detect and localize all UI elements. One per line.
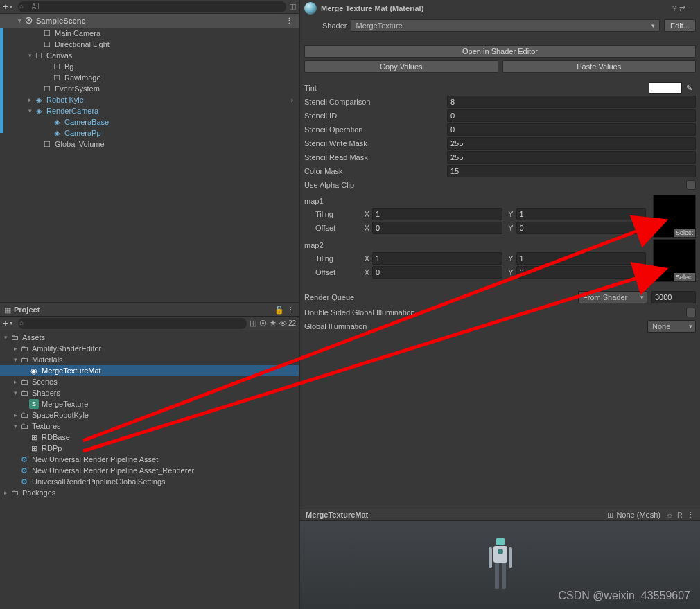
preview-mesh-button[interactable]: None (Mesh) (616, 511, 660, 519)
light-icon[interactable]: ☼ (666, 511, 673, 520)
amplify-folder[interactable]: ▸🗀AmplifyShaderEditor (0, 343, 299, 354)
urp-renderer[interactable]: ⚙New Universal Render Pipeline Asset_Ren… (0, 465, 299, 476)
create-menu-button[interactable]: + (3, 1, 8, 12)
create-dropdown-icon[interactable]: ▾ (10, 320, 12, 326)
materials-folder[interactable]: ▾🗀Materials (0, 354, 299, 365)
map2-texture-slot[interactable]: Select (653, 239, 696, 282)
chevron-down-icon[interactable]: ▾ (11, 356, 19, 363)
chevron-down-icon[interactable]: ▾ (1, 334, 10, 341)
hierarchy-item-eventsystem[interactable]: ☐EventSystem (3, 83, 299, 94)
map1-texture-slot[interactable]: Select (653, 195, 696, 238)
hierarchy-item-canvas[interactable]: ▾☐Canvas (3, 50, 299, 61)
reflection-icon[interactable]: R (677, 511, 683, 520)
folder-icon: 🗀 (19, 377, 29, 387)
map1-tiling-x[interactable] (372, 208, 502, 220)
map1-offset-y[interactable] (516, 222, 647, 234)
use-alpha-clip-checkbox[interactable] (686, 180, 696, 190)
render-queue-mode-dropdown[interactable]: From Shader (578, 291, 647, 303)
urp-global[interactable]: ⚙UniversalRenderPipelineGlobalSettings (0, 476, 299, 487)
mergetexturemat-asset[interactable]: ◉MergeTextureMat (0, 365, 299, 376)
map2-tiling-x[interactable] (372, 252, 502, 265)
x-label: X (361, 268, 369, 276)
chevron-right-icon[interactable]: ▸ (11, 345, 19, 352)
open-prefab-icon[interactable]: › (291, 96, 293, 104)
render-queue-value-input[interactable] (651, 291, 696, 303)
map1-tiling-y[interactable] (516, 208, 647, 220)
grid-icon[interactable]: ⊞ (607, 511, 613, 520)
project-search-input[interactable] (18, 318, 247, 329)
scene-row[interactable]: ▾ ⦿ SampleScene ⋮ (0, 14, 299, 28)
chevron-down-icon[interactable]: ▾ (26, 52, 34, 59)
scenes-folder[interactable]: ▸🗀Scenes (0, 376, 299, 387)
map2-offset-y[interactable] (516, 266, 647, 279)
scene-menu-icon[interactable]: ⋮ (286, 17, 293, 26)
packages-folder[interactable]: ▸🗀Packages (0, 487, 299, 498)
shaders-folder[interactable]: ▾🗀Shaders (0, 387, 299, 398)
chevron-right-icon[interactable]: ▸ (11, 412, 19, 418)
copy-values-button[interactable]: Copy Values (304, 60, 498, 73)
stencil-operation-input[interactable] (447, 123, 696, 136)
assets-folder[interactable]: ▾🗀Assets (0, 332, 299, 343)
chevron-down-icon[interactable]: ▾ (26, 107, 34, 114)
shader-dropdown[interactable]: MergeTexture (351, 19, 659, 32)
presets-icon[interactable]: ⇄ (679, 4, 685, 13)
map2-offset-x[interactable] (372, 266, 502, 279)
rdpp-texture[interactable]: ⊞RDPp (0, 443, 299, 454)
scene-dropdown-icon[interactable]: ◫ (289, 2, 296, 11)
material-preview-icon (304, 2, 317, 15)
filter-label-icon[interactable]: ⦿ (259, 319, 267, 328)
create-menu-dropdown-icon[interactable]: ▾ (10, 3, 12, 10)
hierarchy-item-main-camera[interactable]: ☐Main Camera (3, 28, 299, 39)
open-in-shader-editor-button[interactable]: Open in Shader Editor (304, 45, 696, 58)
help-icon[interactable]: ? (672, 4, 676, 13)
map2-label: map2 (304, 239, 696, 251)
chevron-right-icon[interactable]: ▸ (26, 96, 34, 103)
hierarchy-item-rendercamera[interactable]: ▾◈RenderCamera (3, 105, 299, 116)
stencil-comparison-input[interactable] (447, 96, 696, 108)
robot-preview-model (487, 538, 514, 593)
stencil-read-mask-label: Stencil Read Mask (304, 153, 443, 161)
save-search-icon[interactable]: ★ (270, 319, 277, 328)
spacerobot-folder[interactable]: ▸🗀SpaceRobotKyle (0, 409, 299, 421)
hierarchy-item-robot-kyle[interactable]: ▸◈Robot Kyle› (3, 94, 299, 105)
menu-icon[interactable]: ⋮ (687, 511, 694, 520)
render-texture-icon: ⊞ (29, 432, 39, 442)
chevron-down-icon[interactable]: ▾ (11, 389, 19, 396)
eyedropper-icon[interactable]: ✎ (686, 84, 696, 93)
urp-asset[interactable]: ⚙New Universal Render Pipeline Asset (0, 454, 299, 465)
hidden-icon[interactable]: 👁 (279, 319, 287, 328)
map1-select-button[interactable]: Select (674, 229, 695, 237)
tint-color-swatch[interactable] (649, 82, 682, 94)
chevron-right-icon[interactable]: ▸ (1, 489, 10, 496)
rdbase-texture[interactable]: ⊞RDBase (0, 432, 299, 443)
gi-dropdown[interactable]: None (647, 320, 696, 333)
hierarchy-item-camerapp[interactable]: ◈CameraPp (3, 127, 299, 139)
menu-icon[interactable]: ⋮ (688, 4, 696, 13)
hierarchy-item-camerabase[interactable]: ◈CameraBase (3, 116, 299, 127)
stencil-write-mask-input[interactable] (447, 137, 696, 150)
chevron-down-icon[interactable]: ▾ (11, 423, 19, 430)
map2-select-button[interactable]: Select (674, 273, 695, 281)
stencil-id-input[interactable] (447, 109, 696, 122)
filter-type-icon[interactable]: ◫ (250, 319, 256, 328)
map2-tiling-y[interactable] (516, 252, 647, 265)
hierarchy-item-global-volume[interactable]: ☐Global Volume (3, 139, 299, 150)
hierarchy-item-directional-light[interactable]: ☐Directional Light (3, 39, 299, 50)
edit-shader-button[interactable]: Edit... (664, 19, 696, 32)
menu-icon[interactable]: ⋮ (287, 306, 295, 315)
chevron-down-icon[interactable]: ▾ (15, 17, 24, 24)
mergetexture-shader[interactable]: SMergeTexture (0, 398, 299, 409)
hierarchy-item-rawimage[interactable]: ☐RawImage (3, 72, 299, 83)
folder-icon: 🗀 (19, 421, 29, 431)
map1-offset-x[interactable] (372, 222, 502, 234)
paste-values-button[interactable]: Paste Values (502, 60, 697, 73)
dsgi-checkbox[interactable] (686, 308, 696, 317)
project-create-button[interactable]: + (3, 318, 8, 328)
hierarchy-search-input[interactable] (18, 1, 286, 12)
textures-folder[interactable]: ▾🗀Textures (0, 421, 299, 432)
lock-icon[interactable]: 🔓 (274, 306, 284, 315)
chevron-right-icon[interactable]: ▸ (11, 378, 19, 385)
stencil-read-mask-input[interactable] (447, 151, 696, 164)
hierarchy-item-bg[interactable]: ☐Bg (3, 61, 299, 72)
color-mask-input[interactable] (447, 165, 696, 177)
